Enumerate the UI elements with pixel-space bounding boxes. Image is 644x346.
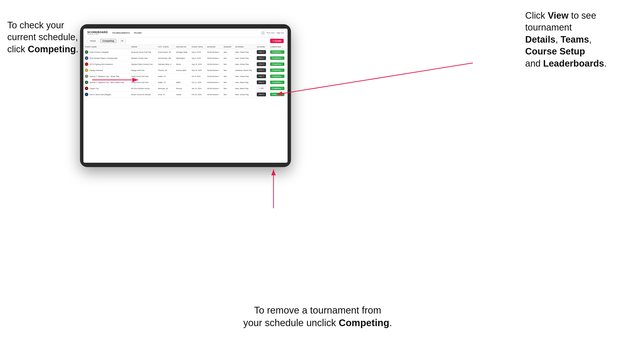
start-date-cell-6: Jan 14, 2024 [190, 85, 206, 92]
view-button-7[interactable]: View ⓘ [257, 93, 266, 96]
team-logo-7: H [85, 93, 88, 96]
team-logo-6: A [85, 87, 88, 90]
city-state-cell-3: Phoenix, AZ [157, 67, 175, 73]
venue-cell-0: American Dunes Golf Club [130, 49, 156, 55]
view-button-1[interactable]: View ⓘ [257, 56, 266, 60]
competing-badge-3[interactable]: Competing ✓ [270, 68, 284, 72]
competing-badge-2[interactable]: Competing ✓ [270, 62, 284, 66]
actions-cell-2: View ⓘ [255, 61, 269, 67]
filter-all-btn[interactable]: All [118, 39, 126, 43]
team-logo-5: J [85, 81, 88, 84]
hosted-by-cell-4 [174, 73, 190, 79]
hosted-by-cell-0: Michigan State [174, 49, 190, 55]
annotation-top-right: Click View to see tournament Details, Te… [525, 10, 637, 69]
team-logo-3: P [85, 68, 88, 72]
scoring-cell-0: team, Stroke Play [234, 49, 255, 55]
edit-button-6[interactable]: ✏ Edit [257, 86, 266, 90]
table-row: HJohn A. Burns IntercollegiateOcean Cour… [84, 92, 288, 98]
competing-cell-4: Competing ✓ [269, 73, 288, 79]
table-row: JJackson T. Stephens Cup – Stroke PlayTr… [84, 73, 288, 79]
event-name-text-7: John A. Burns Intercollegiate [90, 94, 111, 95]
gender-cell-4: Men [222, 73, 234, 79]
gender-cell-0: Men [222, 49, 234, 55]
team-logo-0: F [85, 50, 88, 54]
col-actions: ACTIONS [255, 45, 269, 49]
event-name-text-3: Papago Individual [90, 69, 103, 71]
city-state-cell-0: Grand Haven, MI [157, 49, 175, 55]
brand-title: SCOREBOARD [87, 31, 108, 34]
scoring-cell-2: team, Stroke Play [234, 61, 255, 67]
brand: SCOREBOARD Powered by clippi [87, 31, 108, 35]
sign-out-link[interactable]: Sign out [277, 32, 284, 34]
competing-badge-4[interactable]: Competing ✓ [270, 75, 284, 78]
competing-cell-6: Competing ✓ [269, 85, 288, 92]
col-division: DIVISION [206, 45, 222, 49]
division-cell-2: NCAA Division I [206, 61, 222, 67]
gender-cell-6: Men [222, 85, 234, 92]
gender-cell-2: Men [222, 61, 234, 67]
annotation-bottom: To remove a tournament from your schedul… [208, 304, 427, 329]
table-header-row: EVENT NAME VENUE CITY, STATE HOSTED BY S… [84, 45, 288, 49]
team-logo-2: I [85, 62, 88, 66]
table-row: W2023 Sahalee Players ChampionshipSahale… [84, 55, 288, 61]
competing-badge-6[interactable]: Competing ✓ [270, 87, 284, 90]
competing-cell-1: Competing ✓ [269, 55, 288, 61]
venue-cell-5: Trinity Forest Golf Club [130, 79, 156, 85]
actions-cell-6: ✏ Edit [255, 85, 269, 92]
view-button-0[interactable]: View ⓘ [257, 50, 266, 54]
view-button-4[interactable]: View ⓘ [257, 74, 266, 78]
competing-cell-0: Competing ✓ [269, 49, 288, 55]
event-name-cell-1: W2023 Sahalee Players Championship [84, 55, 130, 61]
table-row: PPapago IndividualPapago Golf ClubPhoeni… [84, 67, 288, 73]
competing-badge-7[interactable]: Competing ✓ [270, 93, 284, 96]
filter-competing-btn[interactable]: Competing [100, 39, 117, 43]
create-button[interactable]: + Create [270, 39, 284, 43]
competing-badge-5[interactable]: Competing ✓ [270, 81, 284, 84]
scoring-cell-5: team, Match Play [234, 79, 255, 85]
division-cell-0: NCAA Division I [206, 49, 222, 55]
actions-cell-5: View ⓘ [255, 79, 269, 85]
nav-links: TOURNAMENTS TEAMS [112, 32, 261, 34]
event-name-text-4: Jackson T. Stephens Cup – Stroke Play [90, 76, 119, 77]
tournaments-table-wrapper: EVENT NAME VENUE CITY, STATE HOSTED BY S… [84, 45, 288, 163]
team-logo-1: W [85, 56, 88, 60]
view-button-5[interactable]: View ⓘ [257, 80, 266, 84]
competing-badge-1[interactable]: Competing ✓ [270, 56, 284, 60]
start-date-cell-4: Oct 9, 2023 [190, 73, 206, 79]
nav-tournaments[interactable]: TOURNAMENTS [112, 32, 130, 34]
tablet-screen: SCOREBOARD Powered by clippi TOURNAMENTS… [84, 28, 288, 163]
scoring-cell-6: team, Match Play [234, 85, 255, 92]
actions-cell-7: View ⓘ [255, 92, 269, 98]
event-name-cell-7: HJohn A. Burns Intercollegiate [84, 92, 130, 98]
hosted-by-cell-3: Arizona State [174, 67, 190, 73]
event-name-text-1: 2023 Sahalee Players Championship [90, 57, 117, 59]
actions-cell-0: View ⓘ [255, 49, 269, 55]
event-name-text-5: Jackson T. Stephens Cup – Men's Match Pl… [90, 82, 124, 83]
view-button-3[interactable]: View ⓘ [257, 68, 266, 72]
city-state-cell-7: Lihue, HI [157, 92, 175, 98]
competing-badge-0[interactable]: Competing ✓ [270, 50, 284, 54]
col-venue: VENUE [130, 45, 156, 49]
start-date-cell-0: Sep 4, 2023 [190, 49, 206, 55]
user-icon [261, 31, 264, 35]
user-text: Test User [266, 32, 275, 34]
tournaments-table: EVENT NAME VENUE CITY, STATE HOSTED BY S… [84, 45, 288, 98]
filter-home-btn[interactable]: Home [87, 39, 98, 43]
col-competing: COMPETING [269, 45, 288, 49]
venue-cell-7: Ocean Course At Hokuala [130, 92, 156, 98]
hosted-by-cell-1: Washington [174, 55, 190, 61]
venue-cell-2: Olympia Fields Country Club [130, 61, 156, 67]
view-button-2[interactable]: View ⓘ [257, 62, 266, 66]
filter-bar: Home Competing All + Create [84, 37, 288, 45]
scoring-cell-4: team, Stroke Play [234, 73, 255, 79]
event-name-text-2: OFCC Fighting Illini Invitational [90, 63, 113, 65]
nav-right: Test User Sign out [261, 31, 284, 35]
col-start-date: START DATE [190, 45, 206, 49]
event-name-text-0: Folds of Honor Collegiate [90, 51, 109, 53]
event-name-cell-4: JJackson T. Stephens Cup – Stroke Play [84, 73, 130, 79]
event-name-cell-3: PPapago Individual [84, 67, 130, 73]
event-name-cell-5: JJackson T. Stephens Cup – Men's Match P… [84, 79, 130, 85]
city-state-cell-4: Dallas, TX [157, 73, 175, 79]
division-cell-1: NCAA Division I [206, 55, 222, 61]
nav-teams[interactable]: TEAMS [134, 32, 142, 34]
